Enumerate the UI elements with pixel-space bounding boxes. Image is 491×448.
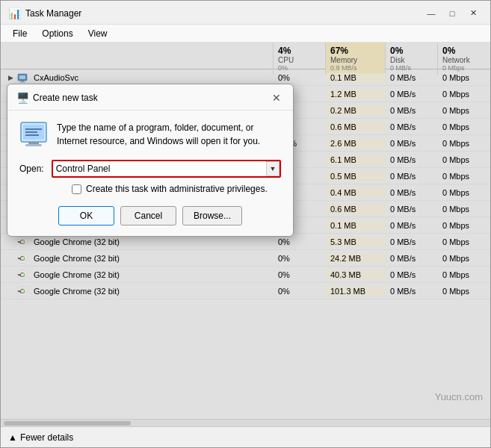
fewer-details-label: Fewer details	[20, 432, 73, 443]
minimize-button[interactable]: —	[421, 6, 441, 21]
dialog-close-button[interactable]: ✕	[269, 90, 284, 105]
maximize-button[interactable]: □	[442, 6, 462, 21]
dialog-buttons: OK Cancel Browse...	[19, 206, 281, 228]
dropdown-arrow-icon[interactable]: ▼	[266, 161, 280, 176]
dialog-title-left: 🖥️ Create new task	[16, 92, 98, 104]
main-content: 4% CPU 0% 67% Memory 0.9 MB/s 0% Disk 0 …	[1, 43, 490, 426]
svg-rect-44	[25, 128, 42, 130]
close-button[interactable]: ✕	[463, 6, 483, 21]
admin-privileges-checkbox[interactable]	[72, 184, 81, 194]
svg-rect-43	[25, 144, 42, 146]
menu-options[interactable]: Options	[36, 27, 78, 40]
window-title: Task Manager	[25, 8, 81, 19]
title-bar: 📊 Task Manager — □ ✕	[1, 1, 490, 25]
svg-rect-45	[25, 131, 37, 133]
task-manager-window: 📊 Task Manager — □ ✕ File Options View 4…	[0, 0, 491, 448]
app-icon: 📊	[8, 7, 21, 19]
dialog-title-bar: 🖥️ Create new task ✕	[7, 84, 293, 111]
dialog-description-text: Type the name of a program, folder, docu…	[57, 121, 260, 148]
admin-privileges-label: Create this task with administrative pri…	[86, 184, 268, 194]
menu-file[interactable]: File	[7, 27, 33, 40]
dialog-title: Create new task	[33, 93, 98, 103]
dialog-icon: 🖥️	[16, 92, 28, 104]
browse-button[interactable]: Browse...	[182, 206, 242, 225]
dialog-body: Type the name of a program, folder, docu…	[7, 111, 293, 236]
menu-view[interactable]: View	[82, 27, 114, 40]
dialog-desc-icon	[19, 121, 48, 149]
svg-rect-46	[25, 134, 39, 136]
bottom-bar: ▲ Fewer details	[1, 426, 490, 447]
fewer-details-button[interactable]: ▲ Fewer details	[8, 432, 73, 443]
ok-button[interactable]: OK	[58, 206, 114, 225]
dialog-open-label: Open:	[19, 164, 44, 174]
dialog-input-wrapper: ▼	[52, 160, 281, 178]
dialog-open-input[interactable]	[52, 160, 281, 178]
svg-rect-42	[28, 142, 39, 144]
cancel-button[interactable]: Cancel	[120, 206, 176, 225]
dialog-open-row: Open: ▼	[19, 160, 281, 178]
title-bar-left: 📊 Task Manager	[8, 7, 81, 19]
dialog-description: Type the name of a program, folder, docu…	[19, 121, 281, 149]
dialog-checkbox-row: Create this task with administrative pri…	[19, 184, 281, 194]
menu-bar: File Options View	[1, 25, 490, 43]
fewer-details-icon: ▲	[8, 432, 17, 443]
dialog-overlay: 🖥️ Create new task ✕	[1, 43, 490, 426]
create-task-dialog: 🖥️ Create new task ✕	[7, 84, 294, 237]
title-bar-controls: — □ ✕	[421, 6, 483, 21]
